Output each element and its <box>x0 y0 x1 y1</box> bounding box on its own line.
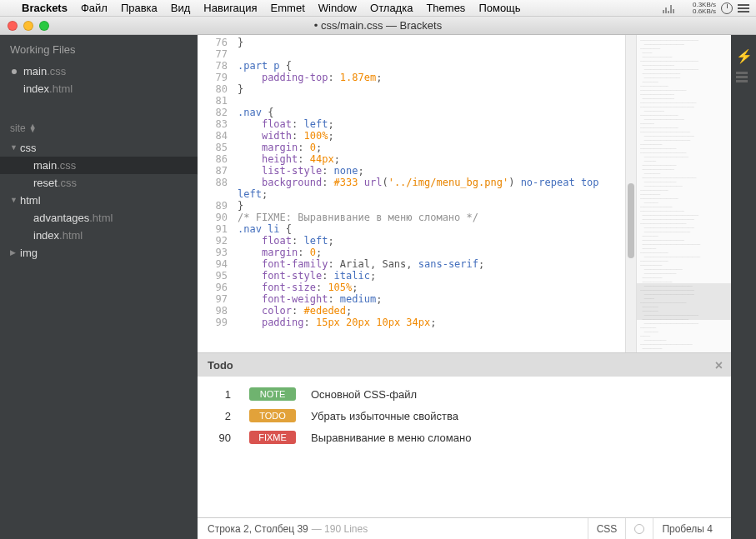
window-title: • css/main.css — Brackets <box>0 19 756 32</box>
window-titlebar: • css/main.css — Brackets <box>0 17 756 35</box>
caret-down-icon: ▼ <box>10 196 18 204</box>
tree-file-main-css[interactable]: main.css <box>0 157 198 174</box>
caret-down-icon: ▼ <box>10 143 18 152</box>
todo-message: Основной CSS-файл <box>311 388 417 401</box>
notification-icon[interactable] <box>738 4 749 12</box>
menu-app[interactable]: Brackets <box>15 2 74 14</box>
indent-setting[interactable]: Пробелы 4 <box>653 518 721 539</box>
code-content[interactable]: } .part p { padding-top: 1.87em; } .nav … <box>234 35 625 352</box>
tree-file-reset-css[interactable]: reset.css <box>0 174 198 192</box>
minimap[interactable]: ───────────────────────────── ──────────… <box>636 35 731 352</box>
todo-row[interactable]: 90FIXMEВыравнивание в меню сломано <box>198 427 731 448</box>
working-file[interactable]: index.html <box>0 80 198 97</box>
tree-file-advantages-html[interactable]: advantages.html <box>0 209 198 227</box>
net-down: 0.6KB/s <box>693 8 716 15</box>
code-editor[interactable]: 7677787980818283848586878889909192939495… <box>198 35 625 352</box>
menu-emmet[interactable]: Emmet <box>264 2 312 14</box>
cursor-position[interactable]: Строка 2, Столбец 39 <box>208 523 308 535</box>
todo-line: 1 <box>211 388 234 401</box>
menu-file[interactable]: Файл <box>74 2 114 14</box>
tree-folder-css[interactable]: ▼css <box>0 139 198 157</box>
todo-title: Todo <box>208 359 233 372</box>
menu-themes[interactable]: Themes <box>419 2 472 14</box>
minimap-viewport[interactable] <box>637 283 731 320</box>
tree-folder-html[interactable]: ▼html <box>0 192 198 209</box>
project-dropdown[interactable]: site ▲▼ <box>0 117 198 139</box>
clock-icon[interactable] <box>721 2 733 14</box>
menu-nav[interactable]: Навигация <box>197 2 263 14</box>
extension-manager-icon[interactable] <box>736 72 751 83</box>
right-toolbar: ⚡ <box>731 35 756 539</box>
todo-row[interactable]: 1NOTEОсновной CSS-файл <box>198 383 731 405</box>
line-count: — 190 Lines <box>312 523 368 535</box>
editor-scrollbar[interactable] <box>625 35 636 352</box>
todo-panel: Todo × 1NOTEОсновной CSS-файл2TODOУбрать… <box>198 352 731 517</box>
macos-menubar: Brackets Файл Правка Вид Навигация Emmet… <box>0 0 756 17</box>
todo-row[interactable]: 2TODOУбрать избыточные свойства <box>198 405 731 427</box>
todo-message: Убрать избыточные свойства <box>311 410 458 422</box>
menu-view[interactable]: Вид <box>164 2 198 14</box>
menu-debug[interactable]: Отладка <box>363 2 419 14</box>
statusbar: Строка 2, Столбец 39 — 190 Lines CSS Про… <box>198 517 731 539</box>
menu-help[interactable]: Помощь <box>472 2 527 14</box>
working-files-heading: Working Files <box>0 35 198 62</box>
todo-badge: NOTE <box>249 387 296 401</box>
sort-icon: ▲▼ <box>29 124 37 132</box>
working-file[interactable]: main.css <box>0 62 198 80</box>
todo-close-button[interactable]: × <box>715 358 723 373</box>
tree-folder-img[interactable]: ▶img <box>0 244 198 262</box>
sidebar: Working Files main.css index.html site ▲… <box>0 35 198 539</box>
live-preview-icon[interactable]: ⚡ <box>736 48 751 60</box>
todo-line: 90 <box>211 432 234 444</box>
todo-badge: FIXME <box>249 431 296 444</box>
line-gutter: 7677787980818283848586878889909192939495… <box>198 35 234 352</box>
circle-icon <box>634 524 644 534</box>
project-name: site <box>10 122 26 134</box>
network-graph-icon <box>663 2 688 13</box>
menu-window[interactable]: Window <box>312 2 363 14</box>
language-mode[interactable]: CSS <box>588 518 626 539</box>
todo-message: Выравнивание в меню сломано <box>311 432 471 444</box>
menubar-status: 0.3KB/s 0.6KB/s <box>663 2 749 15</box>
todo-badge: TODO <box>249 409 296 422</box>
menu-edit[interactable]: Правка <box>114 2 164 14</box>
todo-line: 2 <box>211 410 234 422</box>
inspect-toggle[interactable] <box>625 518 653 539</box>
tree-file-index-html[interactable]: index.html <box>0 227 198 244</box>
caret-right-icon: ▶ <box>10 248 16 257</box>
scrollbar-thumb[interactable] <box>628 183 634 258</box>
todo-header: Todo × <box>198 353 731 377</box>
modified-dot-icon <box>12 69 17 74</box>
